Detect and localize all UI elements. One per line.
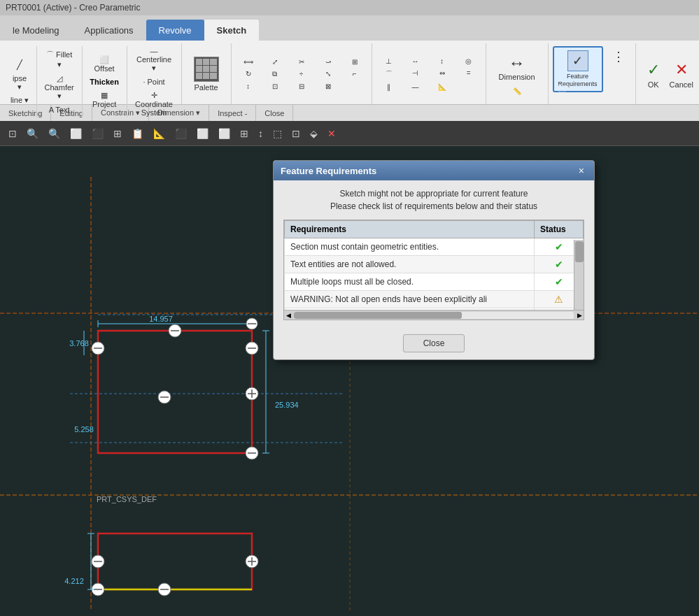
extra-btn2[interactable]: ⊡ bbox=[262, 81, 288, 92]
tool9[interactable]: ⬛ bbox=[171, 125, 191, 142]
status-ok-icon: ✔ bbox=[555, 259, 563, 270]
centerline-btn[interactable]: — Centerline ▾ bbox=[131, 45, 176, 75]
tool17[interactable]: ✕ bbox=[323, 125, 340, 142]
horizontal-btn[interactable]: ↔ bbox=[403, 56, 428, 66]
fix-dim-btn[interactable]: 📐 bbox=[430, 82, 455, 92]
collinear-btn[interactable]: — bbox=[403, 82, 428, 92]
tab-revolve[interactable]: Revolve bbox=[146, 20, 204, 41]
h-scrollbar-thumb[interactable] bbox=[294, 312, 462, 319]
scroll-left-btn[interactable]: ◀ bbox=[284, 311, 292, 320]
view3d-btn[interactable]: ⬛ bbox=[87, 125, 108, 142]
inspect-tools-row: ✓ Feature Requirements ⋮ bbox=[553, 46, 631, 92]
palette-btn[interactable]: Palette bbox=[188, 54, 225, 94]
ok-cancel-group: ✓ OK ✕ Cancel bbox=[636, 43, 699, 104]
coord-sys-btn[interactable]: ✛ Coordinate System bbox=[131, 89, 176, 119]
divide-btn[interactable]: ÷ bbox=[289, 69, 314, 80]
cancel-btn[interactable]: ✕ bbox=[671, 59, 692, 80]
table-scrollbar[interactable] bbox=[574, 240, 584, 310]
symmetric-btn[interactable]: ⇔ bbox=[430, 68, 455, 80]
trim-btn[interactable]: ✂ bbox=[289, 57, 314, 67]
dim-display-btn[interactable]: 📐 bbox=[149, 125, 169, 142]
feat-req-icon: ✓ bbox=[567, 50, 588, 71]
ref-dim-btn[interactable]: 📏 bbox=[504, 85, 530, 97]
extra-btn1[interactable]: ↕ bbox=[236, 81, 261, 92]
equal-btn[interactable]: = bbox=[456, 68, 481, 80]
tool10[interactable]: ⬜ bbox=[192, 125, 213, 142]
bottom-label-inspect[interactable]: Inspect - bbox=[209, 105, 256, 121]
line-tool-btn[interactable]: ╱ bbox=[7, 58, 32, 71]
fillet-btn[interactable]: ⌒ Fillet ▾ bbox=[41, 48, 78, 71]
parallel-btn[interactable]: ∥ bbox=[376, 82, 402, 92]
extra-btn4[interactable]: ⊠ bbox=[316, 81, 341, 92]
point-btn[interactable]: · Point bbox=[131, 76, 176, 88]
misc-tool-btn[interactable]: line ▾ bbox=[7, 94, 32, 106]
tab-applications[interactable]: Applications bbox=[72, 20, 146, 41]
editing-row1: ⟺ ⤢ ✂ ⤻ ⊞ bbox=[236, 57, 367, 67]
corner-btn[interactable]: ⌐ bbox=[342, 69, 367, 80]
constrain-row1: ⊥ ↔ ↕ ◎ bbox=[376, 56, 481, 66]
project-btn[interactable]: ▦ Project bbox=[86, 89, 122, 110]
zoom-out-btn[interactable]: 🔍 bbox=[44, 125, 64, 142]
zoom-fit-btn[interactable]: ⊡ bbox=[4, 125, 21, 142]
copy-btn[interactable]: ⧉ bbox=[262, 69, 288, 80]
ribbon-tabs: le Modeling Applications Revolve Sketch bbox=[0, 15, 699, 41]
dialog-title-bar: Feature Requirements × bbox=[274, 161, 594, 180]
ok-btn[interactable]: ✓ bbox=[643, 59, 664, 80]
tool12[interactable]: ⊞ bbox=[236, 125, 253, 142]
zoom-in-btn[interactable]: 🔍 bbox=[22, 125, 43, 142]
table-row: Multiple loops must all be closed.✔ bbox=[285, 273, 584, 291]
tool16[interactable]: ⬙ bbox=[306, 125, 322, 142]
intersect-btn[interactable]: ⊞ bbox=[342, 57, 367, 67]
extra-inspect-btn[interactable]: ⋮ bbox=[606, 46, 631, 67]
extend-btn[interactable]: ⤻ bbox=[316, 57, 341, 67]
req-text: WARNING: Not all open ends have been exp… bbox=[285, 291, 535, 308]
dimension-group: ↔ Dimension 📏 bbox=[486, 43, 549, 104]
rotate-btn[interactable]: ↻ bbox=[236, 69, 261, 80]
inspect-group: ✓ Feature Requirements ⋮ bbox=[549, 43, 636, 104]
text-btn[interactable]: A Text bbox=[41, 103, 78, 116]
sketching-group: ╱ ipse ▾ line ▾ ⌒ Fillet ▾ ◿ Chamfer ▾ bbox=[3, 43, 182, 104]
sketching-tools-row1: ╱ ipse ▾ line ▾ ⌒ Fillet ▾ ◿ Chamfer ▾ bbox=[7, 45, 177, 119]
tab-sketch[interactable]: Sketch bbox=[204, 20, 260, 41]
palette-group: Palette bbox=[182, 43, 232, 104]
bottom-label-close[interactable]: Close bbox=[256, 105, 293, 121]
midpoint-btn[interactable]: ⊣ bbox=[403, 68, 428, 80]
offset-btn[interactable]: ⬜ Offset bbox=[86, 53, 122, 75]
arc-tool-btn[interactable]: ipse ▾ bbox=[7, 73, 32, 93]
tool13[interactable]: ↕ bbox=[254, 125, 267, 142]
cancel-group: ✕ Cancel bbox=[670, 59, 693, 89]
tool11[interactable]: ⬜ bbox=[214, 125, 234, 142]
coincident-btn[interactable]: ◎ bbox=[456, 56, 481, 66]
tool14[interactable]: ⬚ bbox=[269, 125, 286, 142]
dimension-btn[interactable]: ↔ Dimension bbox=[493, 50, 541, 84]
h-scrollbar[interactable]: ◀ ▶ bbox=[283, 310, 584, 320]
dialog-message: Sketch might not be appropriate for curr… bbox=[283, 187, 584, 213]
modify-tools: ⌒ Fillet ▾ ◿ Chamfer ▾ A Text bbox=[41, 48, 78, 116]
scroll-right-btn[interactable]: ▶ bbox=[575, 311, 584, 320]
dialog-close-btn[interactable]: Close bbox=[403, 334, 465, 352]
req-col-header: Requirements bbox=[285, 221, 535, 238]
tool15[interactable]: ⊡ bbox=[288, 125, 304, 142]
constraint-display-btn[interactable]: 📋 bbox=[127, 125, 148, 142]
feature-requirements-btn[interactable]: ✓ Feature Requirements bbox=[553, 46, 603, 92]
vertical-btn[interactable]: ↕ bbox=[430, 56, 455, 66]
scale-btn[interactable]: ⤢ bbox=[262, 57, 288, 67]
canvas-area[interactable]: 14.957 3.768 5.258 25.934 PRT_CSYS_DEF bbox=[0, 146, 699, 616]
stretch-btn[interactable]: ⤡ bbox=[316, 69, 341, 80]
refit-btn[interactable]: ⬜ bbox=[66, 125, 86, 142]
dialog-close-x-btn[interactable]: × bbox=[576, 165, 587, 176]
tab-modeling[interactable]: le Modeling bbox=[0, 20, 72, 41]
chamfer-btn[interactable]: ◿ Chamfer ▾ bbox=[41, 72, 78, 103]
mirror-btn[interactable]: ⟺ bbox=[236, 57, 261, 67]
perpendicular-btn[interactable]: ⊥ bbox=[376, 56, 402, 66]
sep1 bbox=[36, 46, 37, 117]
snap-btn[interactable]: ⊞ bbox=[109, 125, 126, 142]
table-row: Section must contain geometric entities.… bbox=[285, 238, 584, 256]
title-bar: PRT0001 (Active) - Creo Parametric bbox=[0, 0, 699, 15]
tangent-btn[interactable]: ⌒ bbox=[376, 68, 402, 80]
constrain-group: ⊥ ↔ ↕ ◎ ⌒ ⊣ ⇔ = ∥ — 📐 bbox=[372, 43, 486, 104]
extra-btn3[interactable]: ⊟ bbox=[289, 81, 314, 92]
scrollbar-thumb[interactable] bbox=[575, 241, 584, 262]
requirements-table-wrapper: Requirements Status Section must contain… bbox=[283, 220, 584, 310]
thicken-btn[interactable]: Thicken bbox=[86, 76, 122, 88]
